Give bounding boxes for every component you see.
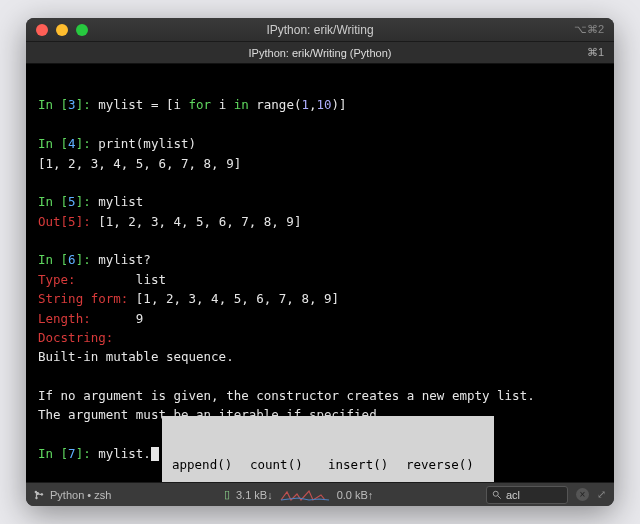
expand-icon[interactable]: ⤢ — [597, 488, 606, 501]
completion-popup[interactable]: append()count()insert()reverse() clear()… — [162, 416, 494, 482]
docstring-line: If no argument is given, the constructor… — [38, 388, 535, 403]
terminal-body[interactable]: In [3]: mylist = [i for i in range(1,10)… — [26, 64, 614, 482]
net-down: 3.1 kB↓ — [236, 489, 273, 501]
in-prompt: In [7]: — [38, 446, 98, 461]
in-prompt: In [4]: — [38, 136, 98, 151]
svg-point-0 — [493, 491, 498, 496]
completion-row: append()count()insert()reverse() — [172, 456, 484, 474]
cursor — [151, 447, 159, 461]
in-prompt: In [3]: — [38, 97, 98, 112]
branch-icon — [34, 489, 44, 501]
in-prompt: In [6]: — [38, 252, 98, 267]
introspect-length: Length: 9 — [38, 311, 143, 326]
completion-item[interactable]: reverse() — [406, 456, 484, 474]
net-up: 0.0 kB↑ — [337, 489, 374, 501]
window-title: IPython: erik/Writing — [26, 23, 614, 37]
svg-line-1 — [498, 495, 501, 498]
completion-item[interactable]: count() — [250, 456, 328, 474]
shortcut-hint: ⌥⌘2 — [574, 23, 604, 36]
search-icon — [492, 490, 502, 500]
minimize-icon[interactable] — [56, 24, 68, 36]
tab-bar: IPython: erik/Writing (Python) ⌘1 — [26, 42, 614, 64]
completion-item[interactable]: append() — [172, 456, 250, 474]
process-label: Python • zsh — [50, 489, 111, 501]
close-icon[interactable] — [36, 24, 48, 36]
status-bar: Python • zsh ▯ 3.1 kB↓ 0.0 kB↑ × ⤢ — [26, 482, 614, 506]
in-prompt: In [5]: — [38, 194, 98, 209]
out-prompt: Out[5]: — [38, 214, 98, 229]
search-input-wrapper[interactable] — [486, 486, 568, 504]
search-input[interactable] — [506, 489, 554, 501]
traffic-lights — [36, 24, 88, 36]
zoom-icon[interactable] — [76, 24, 88, 36]
titlebar[interactable]: IPython: erik/Writing ⌥⌘2 — [26, 18, 614, 42]
clear-search-icon[interactable]: × — [576, 488, 589, 501]
completion-item[interactable]: insert() — [328, 456, 406, 474]
tab-shortcut: ⌘1 — [587, 46, 604, 59]
introspect-docstring-label: Docstring: — [38, 330, 113, 345]
terminal-window: IPython: erik/Writing ⌥⌘2 IPython: erik/… — [26, 18, 614, 506]
introspect-type: Type: list — [38, 272, 166, 287]
stdout-line: [1, 2, 3, 4, 5, 6, 7, 8, 9] — [38, 156, 241, 171]
tab-active[interactable]: IPython: erik/Writing (Python) — [249, 47, 392, 59]
introspect-string-form: String form: [1, 2, 3, 4, 5, 6, 7, 8, 9] — [38, 291, 339, 306]
sparkline-icon — [279, 488, 331, 502]
docstring-line: Built-in mutable sequence. — [38, 349, 234, 364]
